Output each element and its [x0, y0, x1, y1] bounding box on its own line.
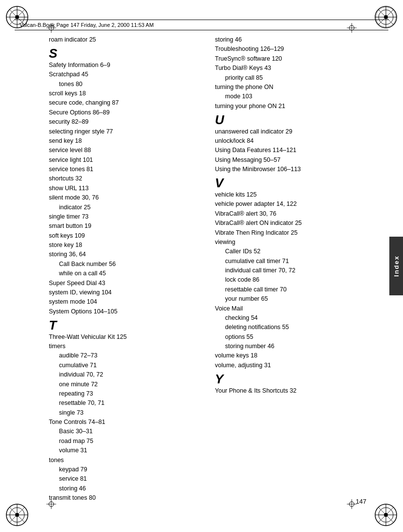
- list-item: indicator 25: [49, 203, 200, 212]
- list-item: Using Data Features 114–121: [215, 146, 366, 155]
- list-item: service light 101: [49, 155, 200, 165]
- list-item: audible 72–73: [49, 351, 200, 360]
- list-item: Voice Mail: [215, 304, 366, 313]
- list-item: unlock/lock 84: [215, 136, 366, 146]
- list-item: volume keys 18: [215, 351, 366, 360]
- list-item: Tone Controls 74–81: [49, 418, 200, 427]
- list-item: service level 88: [49, 146, 200, 155]
- u-entries-container: unanswered call indicator 29unlock/lock …: [215, 127, 366, 175]
- roam-entry: roam indicator 25: [49, 35, 200, 44]
- list-item: system mode 104: [49, 297, 200, 307]
- list-item: VibraCall® alert 30, 76: [215, 209, 366, 219]
- list-item: Troubleshooting 126–129: [215, 44, 366, 54]
- list-item: scroll keys 18: [49, 89, 200, 98]
- s-entries-container: Safety Information 6–9Scratchpad 45 tone…: [49, 61, 200, 316]
- storing-top-entry: storing 46: [215, 35, 366, 44]
- v-entries-container: vehicle kits 125vehicle power adapter 14…: [215, 190, 366, 370]
- page-number: 147: [356, 498, 366, 505]
- list-item: while on a call 45: [49, 269, 200, 278]
- list-item: resettable 70, 71: [49, 399, 200, 408]
- left-column: roam indicator 25 S Safety Information 6…: [49, 35, 200, 503]
- list-item: individual call timer 70, 72: [215, 266, 366, 275]
- list-item: store key 18: [49, 241, 200, 250]
- list-item: send key 18: [49, 136, 200, 146]
- section-t-letter: T: [49, 318, 200, 332]
- list-item: vehicle power adapter 14, 122: [215, 200, 366, 209]
- section-s-letter: S: [49, 46, 200, 61]
- list-item: vehicle kits 125: [215, 190, 366, 200]
- list-item: mode 103: [215, 92, 366, 101]
- list-item: Using the Minibrowser 106–113: [215, 165, 366, 174]
- crosshair-br: [347, 499, 357, 509]
- list-item: cumulative 71: [49, 361, 200, 370]
- list-item: storing 36, 64: [49, 250, 200, 259]
- list-item: tones 80: [49, 80, 200, 89]
- list-item: soft keys 109: [49, 231, 200, 241]
- list-item: Your Phone & Its Shortcuts 32: [215, 386, 366, 396]
- right-column: storing 46 Troubleshooting 126–129TrueSy…: [215, 35, 366, 503]
- list-item: Vibrate Then Ring Indicator 25: [215, 228, 366, 238]
- list-item: Basic 30–31: [49, 427, 200, 436]
- list-item: service tones 81: [49, 165, 200, 174]
- list-item: show URL 113: [49, 184, 200, 193]
- list-item: Safety Information 6–9: [49, 61, 200, 70]
- list-item: Super Speed Dial 43: [49, 279, 200, 288]
- y-entries-container: Your Phone & Its Shortcuts 32: [215, 386, 366, 396]
- list-item: shortcuts 32: [49, 174, 200, 183]
- list-item: turning the phone ON: [215, 83, 366, 92]
- list-item: volume 31: [49, 446, 200, 455]
- crosshair-tr: [347, 23, 357, 33]
- list-item: Using Messaging 50–57: [215, 155, 366, 165]
- list-item: single timer 73: [49, 212, 200, 222]
- list-item: Caller IDs 52: [215, 247, 366, 256]
- list-item: timers: [49, 342, 200, 351]
- crosshair-tl: [46, 23, 56, 33]
- list-item: road map 75: [49, 437, 200, 446]
- list-item: priority call 85: [215, 73, 366, 83]
- crosshair-bl: [46, 499, 56, 509]
- list-item: checking 54: [215, 313, 366, 323]
- list-item: TrueSync® software 120: [215, 54, 366, 64]
- list-item: secure code, changing 87: [49, 98, 200, 108]
- corner-decoration-br: [374, 503, 398, 527]
- list-item: Call Back number 56: [49, 260, 200, 269]
- list-item: options 55: [215, 332, 366, 342]
- list-item: storing 46: [49, 484, 200, 493]
- t-entries-container: Three-Watt Vehicular Kit 125timers audib…: [49, 332, 200, 503]
- list-item: resettable call timer 70: [215, 285, 366, 294]
- header-bar: Vulcan-B.Book Page 147 Friday, June 2, 2…: [15, 20, 388, 30]
- list-item: volume, adjusting 31: [215, 361, 366, 370]
- list-item: service 81: [49, 474, 200, 484]
- list-item: your number 65: [215, 294, 366, 304]
- main-content: roam indicator 25 S Safety Information 6…: [49, 35, 366, 503]
- section-v-letter: V: [215, 176, 366, 190]
- list-item: system ID, viewing 104: [49, 288, 200, 297]
- list-item: single 73: [49, 408, 200, 418]
- list-item: Secure Options 86–89: [49, 108, 200, 117]
- list-item: unanswered call indicator 29: [215, 127, 366, 136]
- list-item: Scratchpad 45: [49, 70, 200, 79]
- list-item: individual 70, 72: [49, 370, 200, 379]
- list-item: Turbo Dial® Keys 43: [215, 64, 366, 73]
- list-item: viewing: [215, 238, 366, 247]
- list-item: VibraCall® alert ON indicator 25: [215, 219, 366, 228]
- corner-decoration-bl: [5, 503, 29, 527]
- list-item: selecting ringer style 77: [49, 127, 200, 136]
- corner-decoration-tr: [374, 5, 398, 29]
- index-tab: Index: [389, 237, 403, 295]
- list-item: cumulative call timer 71: [215, 257, 366, 266]
- list-item: keypad 79: [49, 465, 200, 474]
- section-u-letter: U: [215, 113, 366, 127]
- list-item: deleting notifications 55: [215, 323, 366, 332]
- list-item: storing number 46: [215, 342, 366, 351]
- corner-decoration-tl: [5, 5, 29, 29]
- header-text: Vulcan-B.Book Page 147 Friday, June 2, 2…: [20, 22, 154, 28]
- list-item: one minute 72: [49, 380, 200, 389]
- index-tab-label: Index: [393, 255, 400, 277]
- list-item: lock code 86: [215, 275, 366, 285]
- list-item: Three-Watt Vehicular Kit 125: [49, 332, 200, 342]
- list-item: transmit tones 80: [49, 493, 200, 503]
- section-y-letter: Y: [215, 372, 366, 386]
- list-item: System Options 104–105: [49, 307, 200, 316]
- list-item: security 82–89: [49, 117, 200, 127]
